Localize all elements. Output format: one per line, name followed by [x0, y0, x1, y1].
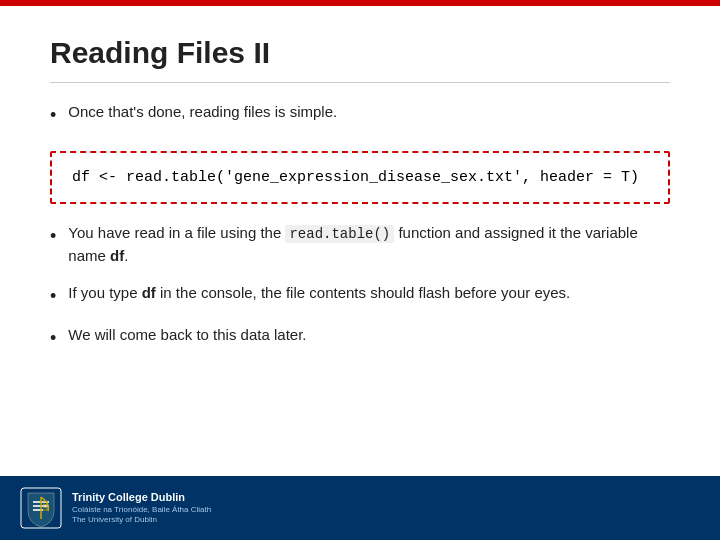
- logo-area: Trinity College Dublin Coláiste na Tríon…: [20, 487, 211, 529]
- bullet-item-1: • Once that's done, reading files is sim…: [50, 101, 670, 129]
- bullet3-prefix: If you type: [68, 284, 141, 301]
- bullet-dot-4: •: [50, 325, 56, 352]
- code-block: df <- read.table('gene_expression_diseas…: [50, 151, 670, 204]
- bullet-text-3: If you type df in the console, the file …: [68, 282, 570, 305]
- logo-text: Trinity College Dublin Coláiste na Tríon…: [72, 490, 211, 525]
- bullet3-bold: df: [142, 284, 156, 301]
- university-sub1: Coláiste na Tríonóide, Baile Átha Cliath: [72, 505, 211, 515]
- bullet-dot-2: •: [50, 223, 56, 250]
- slide-content: Reading Files II • Once that's done, rea…: [0, 6, 720, 476]
- bullet2-prefix: You have read in a file using the: [68, 224, 285, 241]
- bullet-item-3: • If you type df in the console, the fil…: [50, 282, 670, 310]
- trinity-logo-icon: [20, 487, 62, 529]
- bullet2-inline-code: read.table(): [285, 225, 394, 243]
- bullet-text-4: We will come back to this data later.: [68, 324, 306, 347]
- university-name: Trinity College Dublin: [72, 490, 211, 504]
- slide-title: Reading Files II: [50, 36, 670, 83]
- slide: Reading Files II • Once that's done, rea…: [0, 0, 720, 540]
- bullet-dot-1: •: [50, 102, 56, 129]
- bullet-text-1: Once that's done, reading files is simpl…: [68, 101, 337, 124]
- bullet2-bold: df: [110, 247, 124, 264]
- bullet-item-4: • We will come back to this data later.: [50, 324, 670, 352]
- bullet-text-2: You have read in a file using the read.t…: [68, 222, 670, 268]
- footer-bar: Trinity College Dublin Coláiste na Tríon…: [0, 476, 720, 540]
- bullet3-suffix: in the console, the file contents should…: [156, 284, 570, 301]
- code-text: df <- read.table('gene_expression_diseas…: [72, 169, 639, 186]
- bullet-dot-3: •: [50, 283, 56, 310]
- university-sub2: The University of Dublin: [72, 515, 211, 525]
- bullet-item-2: • You have read in a file using the read…: [50, 222, 670, 268]
